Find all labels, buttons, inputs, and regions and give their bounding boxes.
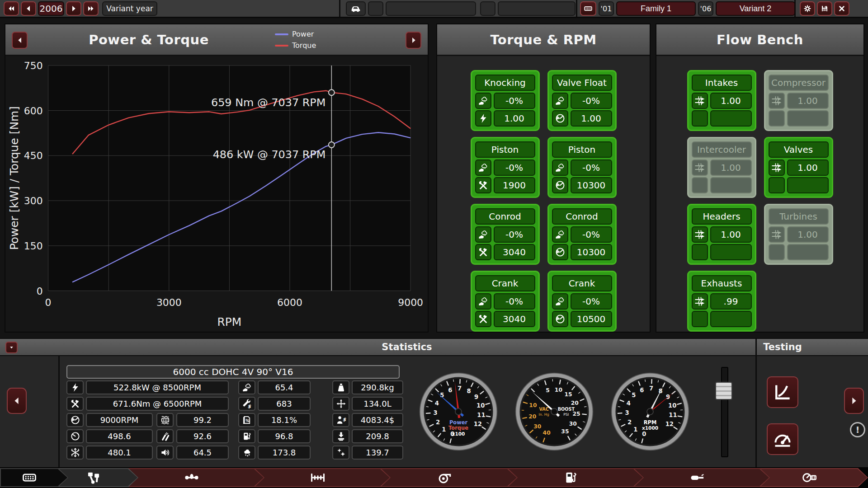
cell-exhausts[interactable]: Exhausts.99 (687, 271, 756, 332)
cell-headers[interactable]: Headers1.00 (687, 204, 756, 265)
tab-fuel-pump[interactable] (508, 468, 644, 487)
svg-text:15: 15 (564, 391, 572, 398)
car-button[interactable] (346, 1, 366, 16)
stat-icon (332, 397, 349, 411)
collapse-statistics-button[interactable] (5, 342, 18, 353)
cell-icon-box (552, 244, 568, 260)
divider (339, 0, 340, 17)
variant-year-value[interactable]: 2006 (38, 1, 64, 16)
cell-title: Conrod (475, 208, 535, 225)
trim-field[interactable] (498, 1, 576, 16)
knock-hand-icon (478, 296, 489, 307)
svg-text:$: $ (342, 417, 346, 422)
dyno-chart[interactable]: 01503004506007500300060009000RPMPower [k… (5, 57, 428, 332)
cell-title: Valves (769, 141, 829, 158)
cell-piston[interactable]: Piston-0%1900 (471, 137, 540, 198)
exhaust-icon (689, 470, 705, 485)
cell-piston[interactable]: Piston-0%10300 (547, 137, 617, 198)
testing-title: Testing (763, 342, 802, 352)
stat-icon (156, 413, 174, 427)
tab-bore-stroke[interactable] (255, 468, 391, 487)
svg-text:1: 1 (442, 426, 446, 433)
throttle-slider-track[interactable] (721, 367, 728, 457)
svg-text:x1000: x1000 (642, 425, 658, 431)
cell-icon-box (692, 160, 708, 176)
variant-button[interactable]: Variant 2 (716, 1, 795, 16)
svg-text:7: 7 (458, 385, 462, 392)
dyno-curve-button[interactable] (767, 376, 798, 408)
variant-year-rewind-button[interactable] (4, 1, 19, 16)
cell-conrod[interactable]: Conrod-0%3040 (471, 204, 540, 265)
car-model-field[interactable] (386, 1, 476, 16)
save-button[interactable] (817, 1, 832, 16)
tab-turbo[interactable] (381, 468, 518, 487)
cell-icon-box (692, 226, 708, 243)
svg-text:4: 4 (627, 400, 631, 407)
engine-button[interactable] (580, 1, 596, 16)
tab-dyno[interactable] (760, 468, 868, 487)
family-button[interactable]: Family 1 (616, 1, 696, 16)
stat-icon (156, 446, 174, 460)
person-dollar-icon: $ (336, 415, 346, 425)
close-button[interactable] (834, 1, 849, 16)
svg-text:150: 150 (24, 240, 43, 252)
svg-text:20: 20 (528, 413, 536, 420)
rpm-gauge: 0123456789101112RPMx1000 (610, 372, 690, 451)
dimensions-icon (336, 399, 346, 409)
variant-year-fastforward-button[interactable] (83, 1, 99, 16)
snowflake-icon (70, 447, 80, 458)
divider (58, 356, 60, 467)
cell-conrod[interactable]: Conrod-0%10300 (547, 204, 617, 265)
stats-prev-button[interactable] (7, 388, 27, 414)
cell-knocking[interactable]: Knocking-0%1.00 (471, 70, 540, 131)
throttle-slider-handle[interactable] (715, 382, 732, 400)
cell-intakes[interactable]: Intakes1.00 (687, 70, 756, 131)
cell-valves[interactable]: Valves1.00 (764, 137, 833, 198)
svg-text:2: 2 (627, 419, 632, 426)
weight-icon (336, 382, 346, 393)
cell-title: Crank (475, 275, 535, 291)
gauge-icon (773, 429, 793, 449)
cell-icon-box (552, 110, 568, 127)
cell-crank[interactable]: Crank-0%3040 (471, 271, 540, 332)
cell-crank[interactable]: Crank-0%10500 (547, 271, 617, 332)
dyno-icon (802, 470, 817, 485)
svg-text:0: 0 (642, 431, 646, 437)
engine-designer-screen: 2006 Variant year '01 Family 1 '06 Varia… (0, 0, 868, 488)
cell-value: 10300 (571, 177, 612, 193)
svg-text:0: 0 (37, 286, 43, 297)
tab-exhaust[interactable] (634, 468, 770, 487)
svg-text:659 Nm @ 7037 RPM: 659 Nm @ 7037 RPM (211, 96, 326, 109)
variant-year-prev-button[interactable] (21, 1, 36, 16)
tab-camshaft[interactable] (128, 468, 264, 487)
settings-button[interactable] (800, 1, 815, 16)
tab-engine-block[interactable] (0, 468, 68, 487)
chart-next-button[interactable] (406, 32, 421, 49)
stat-icon (66, 429, 84, 443)
stat-value: 209.8 (352, 429, 403, 443)
gauge-test-button[interactable] (767, 423, 798, 455)
next-icon (70, 4, 78, 13)
cell-icon-box (475, 110, 491, 127)
gear-icon (803, 4, 811, 13)
svg-text:0: 0 (45, 297, 52, 308)
stats-next-button[interactable] (844, 388, 864, 414)
legend-swatch (275, 33, 288, 35)
car-year-field[interactable] (368, 1, 383, 16)
cell-value: 1.00 (494, 110, 535, 127)
tab-pistons[interactable] (58, 468, 138, 487)
svg-text:3: 3 (625, 409, 629, 416)
cell-valve-float[interactable]: Valve Float-0%1.00 (547, 70, 617, 131)
svg-text:BOOST: BOOST (558, 407, 575, 412)
svg-text:6000: 6000 (277, 297, 302, 308)
cell-icon-box (692, 311, 708, 327)
svg-text:20: 20 (571, 400, 579, 406)
power-torque-panel: Power & Torque PowerTorque 0150300450600… (5, 23, 429, 333)
flow-bench-title: Flow Bench (656, 32, 863, 47)
cell-title: Crank (552, 275, 612, 291)
trim-year-field[interactable] (480, 1, 495, 16)
cell-value-empty (787, 177, 829, 193)
variant-year-next-button[interactable] (66, 1, 81, 16)
cell-icon-box (552, 311, 568, 327)
svg-text:9000: 9000 (398, 297, 423, 308)
